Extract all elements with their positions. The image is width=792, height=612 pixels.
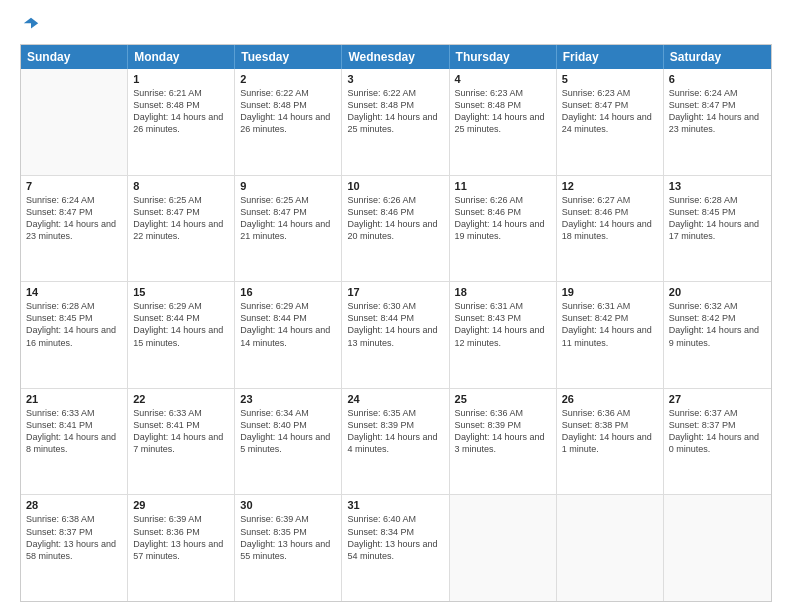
day-number: 16 [240, 286, 336, 298]
day-cell-24: 24Sunrise: 6:35 AMSunset: 8:39 PMDayligh… [342, 389, 449, 495]
svg-marker-0 [24, 18, 38, 29]
day-number: 24 [347, 393, 443, 405]
day-number: 10 [347, 180, 443, 192]
day-info: Sunrise: 6:26 AMSunset: 8:46 PMDaylight:… [455, 194, 551, 243]
day-number: 27 [669, 393, 766, 405]
day-info: Sunrise: 6:23 AMSunset: 8:47 PMDaylight:… [562, 87, 658, 136]
day-number: 12 [562, 180, 658, 192]
day-info: Sunrise: 6:23 AMSunset: 8:48 PMDaylight:… [455, 87, 551, 136]
day-number: 26 [562, 393, 658, 405]
week-row-2: 7Sunrise: 6:24 AMSunset: 8:47 PMDaylight… [21, 176, 771, 283]
day-number: 14 [26, 286, 122, 298]
day-number: 30 [240, 499, 336, 511]
day-info: Sunrise: 6:24 AMSunset: 8:47 PMDaylight:… [26, 194, 122, 243]
day-info: Sunrise: 6:33 AMSunset: 8:41 PMDaylight:… [133, 407, 229, 456]
day-info: Sunrise: 6:32 AMSunset: 8:42 PMDaylight:… [669, 300, 766, 349]
day-cell-21: 21Sunrise: 6:33 AMSunset: 8:41 PMDayligh… [21, 389, 128, 495]
day-cell-7: 7Sunrise: 6:24 AMSunset: 8:47 PMDaylight… [21, 176, 128, 282]
day-cell-20: 20Sunrise: 6:32 AMSunset: 8:42 PMDayligh… [664, 282, 771, 388]
day-cell-17: 17Sunrise: 6:30 AMSunset: 8:44 PMDayligh… [342, 282, 449, 388]
day-number: 13 [669, 180, 766, 192]
day-cell-11: 11Sunrise: 6:26 AMSunset: 8:46 PMDayligh… [450, 176, 557, 282]
calendar-body: 1Sunrise: 6:21 AMSunset: 8:48 PMDaylight… [21, 69, 771, 601]
day-number: 22 [133, 393, 229, 405]
day-cell-6: 6Sunrise: 6:24 AMSunset: 8:47 PMDaylight… [664, 69, 771, 175]
day-number: 20 [669, 286, 766, 298]
day-number: 25 [455, 393, 551, 405]
day-info: Sunrise: 6:22 AMSunset: 8:48 PMDaylight:… [240, 87, 336, 136]
day-info: Sunrise: 6:31 AMSunset: 8:42 PMDaylight:… [562, 300, 658, 349]
day-cell-9: 9Sunrise: 6:25 AMSunset: 8:47 PMDaylight… [235, 176, 342, 282]
week-row-4: 21Sunrise: 6:33 AMSunset: 8:41 PMDayligh… [21, 389, 771, 496]
empty-cell [664, 495, 771, 601]
day-number: 28 [26, 499, 122, 511]
week-row-3: 14Sunrise: 6:28 AMSunset: 8:45 PMDayligh… [21, 282, 771, 389]
day-cell-5: 5Sunrise: 6:23 AMSunset: 8:47 PMDaylight… [557, 69, 664, 175]
day-info: Sunrise: 6:31 AMSunset: 8:43 PMDaylight:… [455, 300, 551, 349]
day-number: 21 [26, 393, 122, 405]
day-number: 3 [347, 73, 443, 85]
calendar-header-row: SundayMondayTuesdayWednesdayThursdayFrid… [21, 45, 771, 69]
day-number: 1 [133, 73, 229, 85]
day-number: 8 [133, 180, 229, 192]
day-info: Sunrise: 6:36 AMSunset: 8:39 PMDaylight:… [455, 407, 551, 456]
day-number: 9 [240, 180, 336, 192]
day-header-monday: Monday [128, 45, 235, 69]
day-info: Sunrise: 6:29 AMSunset: 8:44 PMDaylight:… [240, 300, 336, 349]
day-info: Sunrise: 6:40 AMSunset: 8:34 PMDaylight:… [347, 513, 443, 562]
logo [20, 16, 40, 34]
day-cell-13: 13Sunrise: 6:28 AMSunset: 8:45 PMDayligh… [664, 176, 771, 282]
day-number: 31 [347, 499, 443, 511]
day-info: Sunrise: 6:38 AMSunset: 8:37 PMDaylight:… [26, 513, 122, 562]
day-number: 18 [455, 286, 551, 298]
day-header-saturday: Saturday [664, 45, 771, 69]
day-info: Sunrise: 6:22 AMSunset: 8:48 PMDaylight:… [347, 87, 443, 136]
day-cell-19: 19Sunrise: 6:31 AMSunset: 8:42 PMDayligh… [557, 282, 664, 388]
calendar: SundayMondayTuesdayWednesdayThursdayFrid… [20, 44, 772, 602]
calendar-page: SundayMondayTuesdayWednesdayThursdayFrid… [0, 0, 792, 612]
day-cell-1: 1Sunrise: 6:21 AMSunset: 8:48 PMDaylight… [128, 69, 235, 175]
day-number: 17 [347, 286, 443, 298]
day-cell-18: 18Sunrise: 6:31 AMSunset: 8:43 PMDayligh… [450, 282, 557, 388]
day-info: Sunrise: 6:24 AMSunset: 8:47 PMDaylight:… [669, 87, 766, 136]
day-info: Sunrise: 6:26 AMSunset: 8:46 PMDaylight:… [347, 194, 443, 243]
day-header-friday: Friday [557, 45, 664, 69]
day-info: Sunrise: 6:35 AMSunset: 8:39 PMDaylight:… [347, 407, 443, 456]
day-number: 7 [26, 180, 122, 192]
day-info: Sunrise: 6:30 AMSunset: 8:44 PMDaylight:… [347, 300, 443, 349]
day-info: Sunrise: 6:29 AMSunset: 8:44 PMDaylight:… [133, 300, 229, 349]
day-info: Sunrise: 6:39 AMSunset: 8:36 PMDaylight:… [133, 513, 229, 562]
day-cell-2: 2Sunrise: 6:22 AMSunset: 8:48 PMDaylight… [235, 69, 342, 175]
day-cell-22: 22Sunrise: 6:33 AMSunset: 8:41 PMDayligh… [128, 389, 235, 495]
day-info: Sunrise: 6:39 AMSunset: 8:35 PMDaylight:… [240, 513, 336, 562]
logo-flag-icon [22, 16, 40, 34]
empty-cell [450, 495, 557, 601]
day-cell-31: 31Sunrise: 6:40 AMSunset: 8:34 PMDayligh… [342, 495, 449, 601]
day-cell-26: 26Sunrise: 6:36 AMSunset: 8:38 PMDayligh… [557, 389, 664, 495]
day-number: 4 [455, 73, 551, 85]
day-cell-3: 3Sunrise: 6:22 AMSunset: 8:48 PMDaylight… [342, 69, 449, 175]
week-row-5: 28Sunrise: 6:38 AMSunset: 8:37 PMDayligh… [21, 495, 771, 601]
day-cell-4: 4Sunrise: 6:23 AMSunset: 8:48 PMDaylight… [450, 69, 557, 175]
day-number: 5 [562, 73, 658, 85]
day-cell-10: 10Sunrise: 6:26 AMSunset: 8:46 PMDayligh… [342, 176, 449, 282]
empty-cell [557, 495, 664, 601]
day-info: Sunrise: 6:25 AMSunset: 8:47 PMDaylight:… [240, 194, 336, 243]
day-cell-30: 30Sunrise: 6:39 AMSunset: 8:35 PMDayligh… [235, 495, 342, 601]
day-number: 2 [240, 73, 336, 85]
day-header-wednesday: Wednesday [342, 45, 449, 69]
empty-cell [21, 69, 128, 175]
day-cell-14: 14Sunrise: 6:28 AMSunset: 8:45 PMDayligh… [21, 282, 128, 388]
day-cell-16: 16Sunrise: 6:29 AMSunset: 8:44 PMDayligh… [235, 282, 342, 388]
day-info: Sunrise: 6:28 AMSunset: 8:45 PMDaylight:… [26, 300, 122, 349]
day-header-thursday: Thursday [450, 45, 557, 69]
day-cell-27: 27Sunrise: 6:37 AMSunset: 8:37 PMDayligh… [664, 389, 771, 495]
day-info: Sunrise: 6:27 AMSunset: 8:46 PMDaylight:… [562, 194, 658, 243]
day-info: Sunrise: 6:37 AMSunset: 8:37 PMDaylight:… [669, 407, 766, 456]
day-info: Sunrise: 6:25 AMSunset: 8:47 PMDaylight:… [133, 194, 229, 243]
day-info: Sunrise: 6:28 AMSunset: 8:45 PMDaylight:… [669, 194, 766, 243]
day-header-tuesday: Tuesday [235, 45, 342, 69]
day-cell-28: 28Sunrise: 6:38 AMSunset: 8:37 PMDayligh… [21, 495, 128, 601]
day-info: Sunrise: 6:34 AMSunset: 8:40 PMDaylight:… [240, 407, 336, 456]
day-number: 15 [133, 286, 229, 298]
